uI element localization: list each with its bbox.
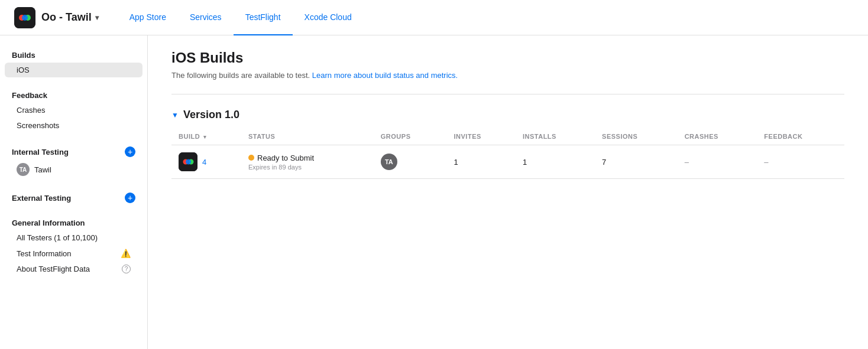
- app-icon: [14, 7, 35, 28]
- svg-point-7: [186, 159, 191, 165]
- status-dot-icon: [248, 155, 254, 161]
- content-divider: [171, 94, 844, 94]
- build-app-icon: [179, 152, 197, 171]
- col-invites: INVITES: [447, 128, 516, 145]
- cell-feedback: –: [757, 145, 844, 179]
- cell-build: 4: [171, 145, 241, 179]
- internal-testing-title: Internal Testing: [12, 148, 69, 156]
- nav-services[interactable]: Services: [178, 0, 234, 35]
- sidebar-item-test-information[interactable]: Test Information ⚠️: [5, 246, 142, 261]
- version-title: Version 1.0: [183, 109, 239, 121]
- builds-table: BUILD ▾ STATUS GROUPS INVITES INSTALLS S…: [171, 128, 844, 179]
- cell-sessions: 7: [595, 145, 678, 179]
- nav-xcode-cloud[interactable]: Xcode Cloud: [293, 0, 364, 35]
- builds-section-title: Builds: [0, 47, 147, 62]
- internal-testing-section: Internal Testing +: [0, 143, 147, 159]
- external-testing-title: External Testing: [12, 194, 71, 203]
- table-body: 4 Ready to Submit Expires in 89 days: [171, 145, 844, 179]
- nav-app-store[interactable]: App Store: [118, 0, 178, 35]
- tawil-name: Tawil: [34, 165, 51, 174]
- col-crashes: CRASHES: [678, 128, 757, 145]
- table-row: 4 Ready to Submit Expires in 89 days: [171, 145, 844, 179]
- build-number-link[interactable]: 4: [202, 158, 206, 167]
- sidebar-item-tawil[interactable]: TA Tawil: [5, 160, 142, 179]
- sidebar: Builds iOS Feedback Crashes Screenshots …: [0, 35, 148, 349]
- cell-invites: 1: [447, 145, 516, 179]
- expires-text: Expires in 89 days: [248, 164, 367, 171]
- svg-point-3: [22, 15, 28, 21]
- add-external-tester-button[interactable]: +: [125, 193, 135, 203]
- col-feedback: FEEDBACK: [757, 128, 844, 145]
- sidebar-item-ios[interactable]: iOS: [5, 63, 142, 77]
- page-subtitle: The following builds are available to te…: [171, 71, 844, 80]
- status-label: Ready to Submit: [257, 154, 314, 162]
- app-chevron-icon: ▾: [95, 14, 99, 22]
- nav-testflight[interactable]: TestFlight: [234, 0, 293, 35]
- top-nav: Oo - Tawil ▾ App Store Services TestFlig…: [0, 0, 868, 35]
- add-internal-tester-button[interactable]: +: [125, 146, 135, 157]
- sort-arrow-icon: ▾: [203, 134, 207, 140]
- warning-icon: ⚠️: [121, 249, 131, 258]
- page-title: iOS Builds: [171, 50, 844, 66]
- tawil-avatar: TA: [17, 163, 30, 176]
- sidebar-item-about-testflight[interactable]: About TestFlight Data ?: [5, 262, 142, 276]
- feedback-section-title: Feedback: [0, 87, 147, 102]
- sidebar-item-crashes[interactable]: Crashes: [5, 103, 142, 118]
- main-layout: Builds iOS Feedback Crashes Screenshots …: [0, 35, 868, 349]
- external-testing-section: External Testing +: [0, 189, 147, 206]
- nav-links: App Store Services TestFlight Xcode Clou…: [118, 0, 364, 35]
- sidebar-item-all-testers[interactable]: All Testers (1 of 10,100): [5, 230, 142, 245]
- col-groups: GROUPS: [374, 128, 447, 145]
- version-header: ▼ Version 1.0: [171, 109, 844, 121]
- learn-more-link[interactable]: Learn more about build status and metric…: [312, 71, 458, 80]
- col-sessions: SESSIONS: [595, 128, 678, 145]
- question-icon: ?: [122, 265, 131, 273]
- cell-groups: TA: [374, 145, 447, 179]
- general-info-section-title: General Information: [0, 215, 147, 230]
- version-collapse-icon[interactable]: ▼: [171, 111, 179, 119]
- main-content: iOS Builds The following builds are avai…: [148, 35, 868, 349]
- app-name-text: Oo - Tawil ▾: [41, 11, 99, 24]
- table-header: BUILD ▾ STATUS GROUPS INVITES INSTALLS S…: [171, 128, 844, 145]
- cell-status: Ready to Submit Expires in 89 days: [241, 145, 374, 179]
- col-build[interactable]: BUILD ▾: [171, 128, 241, 145]
- sidebar-item-screenshots[interactable]: Screenshots: [5, 118, 142, 133]
- app-brand[interactable]: Oo - Tawil ▾: [14, 7, 99, 28]
- col-status: STATUS: [241, 128, 374, 145]
- cell-installs: 1: [516, 145, 595, 179]
- col-installs: INSTALLS: [516, 128, 595, 145]
- group-avatar: TA: [381, 154, 397, 170]
- cell-crashes: –: [678, 145, 757, 179]
